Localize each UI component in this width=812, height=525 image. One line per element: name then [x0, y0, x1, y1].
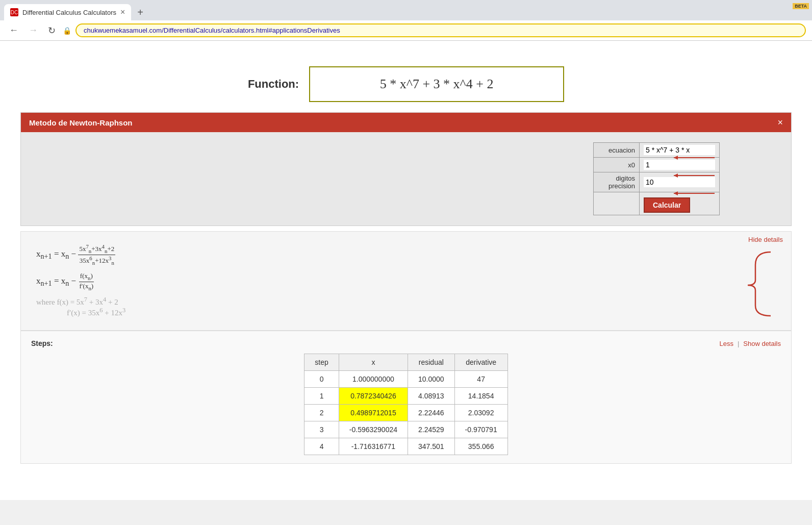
- equation-label: ecuacion: [594, 143, 640, 158]
- details-section: Hide details xn+1 = xn − 5x7n+3x4n+2 35x…: [20, 231, 792, 331]
- function-label: Function:: [248, 78, 299, 91]
- browser-chrome: DC Differential Calculus Calculators × +…: [0, 0, 812, 41]
- modal-close-button[interactable]: ×: [777, 118, 783, 127]
- steps-section: Steps: Less | Show details step x residu…: [20, 331, 792, 464]
- where-line-1: where f(x) = 5x7 + 3x4 + 2: [36, 296, 725, 307]
- cell-derivative: 355.066: [454, 438, 508, 455]
- forward-button[interactable]: →: [26, 24, 41, 37]
- show-details-link[interactable]: Show details: [743, 340, 781, 347]
- table-head: step x residual derivative: [304, 354, 508, 371]
- tab-favicon: DC: [10, 8, 18, 16]
- cell-residual: 10.0000: [408, 371, 455, 388]
- table-header-row: step x residual derivative: [304, 354, 508, 371]
- svg-marker-7: [674, 191, 678, 195]
- cell-derivative: -0.970791: [454, 421, 508, 438]
- tab-bar: DC Differential Calculus Calculators × +: [0, 0, 812, 20]
- hide-details-link[interactable]: Hide details: [748, 236, 783, 243]
- svg-marker-4: [674, 173, 678, 178]
- table-body: 01.00000000010.00004710.78723404264.0891…: [304, 371, 508, 455]
- cell-step: 4: [304, 438, 339, 455]
- formula-line-2: xn+1 = xn − f(xn) f′(xn): [36, 269, 725, 294]
- col-derivative: derivative: [454, 354, 508, 371]
- active-tab[interactable]: DC Differential Calculus Calculators ×: [4, 4, 131, 20]
- fraction-1: 5x7n+3x4n+2 35x6n+12x3n: [78, 243, 115, 266]
- table-row: 4-1.716316771347.501355.066: [304, 438, 508, 455]
- cell-step: 3: [304, 421, 339, 438]
- svg-marker-1: [674, 156, 678, 160]
- tab-title: Differential Calculus Calculators: [22, 9, 116, 16]
- function-area: Function: 5 * x^7 + 3 * x^4 + 2 BETA: [20, 66, 792, 102]
- modal-header: Metodo de Newton-Raphson ×: [21, 113, 791, 132]
- col-x: x: [339, 354, 408, 371]
- fraction-2: f(xn) f′(xn): [78, 272, 94, 291]
- tab-close-button[interactable]: ×: [120, 8, 125, 16]
- steps-label: Steps:: [31, 339, 53, 347]
- bracket-svg: [745, 247, 776, 318]
- less-link[interactable]: Less: [719, 340, 733, 347]
- formula-left: xn+1 = xn − 5x7n+3x4n+2 35x6n+12x3n xn+1…: [36, 242, 725, 317]
- cell-residual: 4.08913: [408, 388, 455, 405]
- function-display: 5 * x^7 + 3 * x^4 + 2: [309, 66, 564, 102]
- modal-body: ecuacion x0 digitosprecision: [21, 132, 791, 226]
- cell-derivative: 47: [454, 371, 508, 388]
- col-residual: residual: [408, 354, 455, 371]
- cell-residual: 347.501: [408, 438, 455, 455]
- steps-header-row: Steps: Less | Show details: [31, 339, 781, 347]
- cell-step: 2: [304, 405, 339, 421]
- calculate-label-cell: [594, 192, 640, 215]
- table-row: 10.78723404264.0891314.1854: [304, 388, 508, 405]
- digits-label: digitosprecision: [594, 172, 640, 192]
- cell-step: 1: [304, 388, 339, 405]
- new-tab-button[interactable]: +: [133, 5, 147, 20]
- cell-x: 0.7872340426: [339, 388, 408, 405]
- x0-label: x0: [594, 158, 640, 172]
- formula-line-1: xn+1 = xn − 5x7n+3x4n+2 35x6n+12x3n: [36, 242, 725, 267]
- cell-residual: 2.22446: [408, 405, 455, 421]
- page-content: Function: 5 * x^7 + 3 * x^4 + 2 BETA Met…: [0, 41, 812, 500]
- back-button[interactable]: ←: [6, 24, 21, 37]
- arrows-decoration: [674, 147, 776, 209]
- refresh-button[interactable]: ↻: [45, 24, 59, 37]
- nav-bar: ← → ↻ 🔒 chukwuemekasamuel.com/Differenti…: [0, 20, 812, 41]
- cell-x: 0.4989712015: [339, 405, 408, 421]
- table-row: 01.00000000010.000047: [304, 371, 508, 388]
- cell-x: 1.000000000: [339, 371, 408, 388]
- cell-x: -0.5963290024: [339, 421, 408, 438]
- steps-links: Less | Show details: [719, 340, 781, 347]
- where-line-2: f′(x) = 35x6 + 12x3: [36, 307, 725, 317]
- table-row: 3-0.59632900242.24529-0.970791: [304, 421, 508, 438]
- address-bar[interactable]: chukwuemekasamuel.com/DifferentialCalcul…: [75, 23, 806, 37]
- lock-icon: 🔒: [63, 27, 71, 35]
- newton-raphson-modal: Metodo de Newton-Raphson × ecuacion x0: [20, 112, 792, 226]
- cell-residual: 2.24529: [408, 421, 455, 438]
- beta-badge: BETA: [793, 3, 809, 9]
- cell-derivative: 2.03092: [454, 405, 508, 421]
- cell-derivative: 14.1854: [454, 388, 508, 405]
- results-table: step x residual derivative 01.0000000001…: [304, 354, 508, 455]
- table-row: 20.49897120152.224462.03092: [304, 405, 508, 421]
- curly-bracket: [745, 247, 776, 320]
- modal-title: Metodo de Newton-Raphson: [29, 118, 133, 127]
- formula-block: xn+1 = xn − 5x7n+3x4n+2 35x6n+12x3n xn+1…: [36, 242, 776, 320]
- col-step: step: [304, 354, 339, 371]
- cell-x: -1.716316771: [339, 438, 408, 455]
- cell-step: 0: [304, 371, 339, 388]
